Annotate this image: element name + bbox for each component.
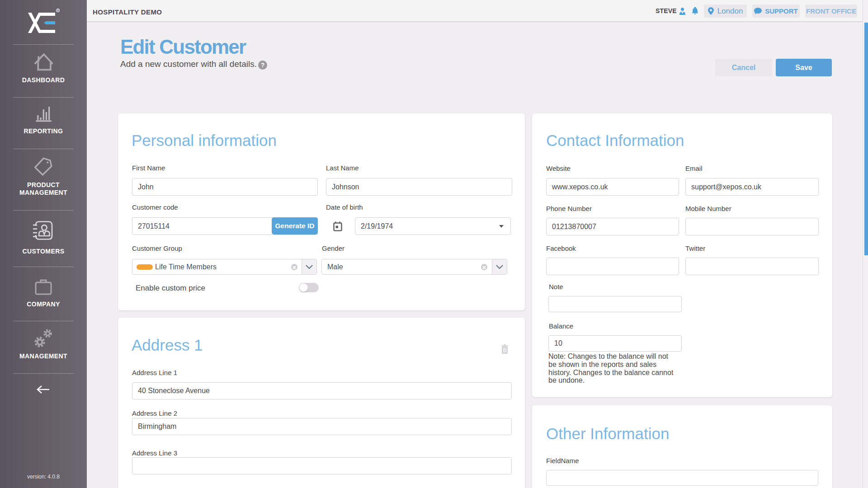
- svg-text:R: R: [57, 9, 59, 12]
